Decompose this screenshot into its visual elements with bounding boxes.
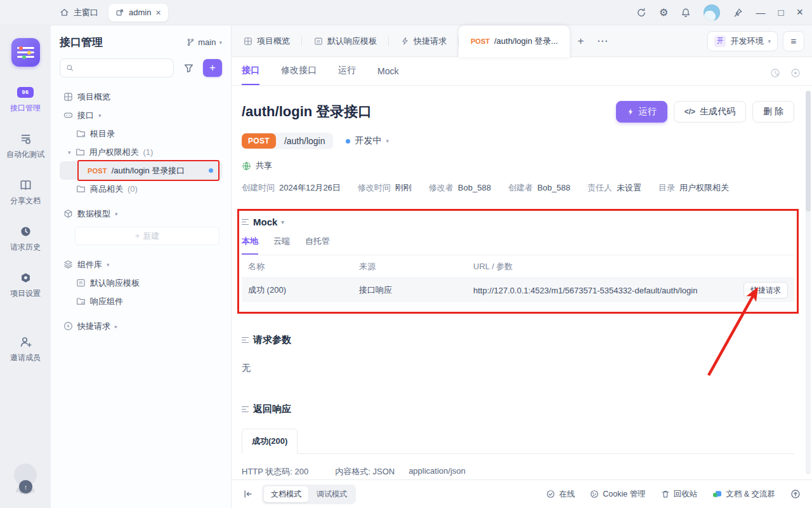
branch-selector[interactable]: main ▾ [187, 37, 222, 47]
rail-item-automated-testing[interactable]: 自动化测试 [6, 132, 44, 160]
mock-name: 成功 (200) [242, 284, 353, 296]
section-lines-icon [242, 337, 249, 344]
subtab-api[interactable]: 接口 [242, 65, 259, 85]
more-tabs-icon[interactable]: ⋯ [591, 30, 613, 52]
pin-icon[interactable] [733, 8, 743, 18]
add-button[interactable]: + [203, 59, 222, 77]
online-status[interactable]: 在线 [546, 489, 575, 500]
subtab-run[interactable]: 运行 [338, 65, 356, 85]
branch-name: main [198, 37, 216, 47]
rail-item-share-docs[interactable]: 分享文档 [10, 178, 41, 206]
rail-item-request-history[interactable]: 请求历史 [10, 225, 41, 253]
history-clock-icon[interactable] [770, 68, 780, 78]
tab-project-overview[interactable]: 项目概览 [232, 25, 302, 57]
tree-item-auth-login[interactable]: POST /auth/login 登录接口 [60, 161, 222, 180]
mock-tab-cloud[interactable]: 云端 [273, 236, 290, 255]
sync-icon[interactable] [636, 8, 646, 18]
mode-doc[interactable]: 文档模式 [264, 486, 308, 502]
tree-section-api[interactable]: 接口 ▾ [60, 106, 222, 124]
tree-item-project-overview[interactable]: 项目概览 [60, 88, 222, 106]
book-icon [20, 179, 32, 191]
main-window-label: 主窗口 [74, 7, 98, 18]
tree-label: 用户权限相关 [89, 147, 139, 158]
project-tab-admin[interactable]: admin × [108, 4, 168, 22]
search-input-wrap[interactable] [60, 58, 174, 77]
subtab-mock[interactable]: Mock [377, 66, 398, 85]
tab-label: 项目概览 [257, 36, 290, 47]
document-tabs: 项目概览 R 默认响应模板 快捷请求 POST /auth/login 登录..… [232, 25, 812, 57]
tree-folder-goods[interactable]: 商品相关 (0) [60, 180, 222, 198]
section-lines-icon [242, 219, 249, 225]
upload-circle-icon[interactable] [790, 489, 801, 499]
bolt-icon [401, 37, 409, 45]
chevron-down-icon: ▾ [768, 38, 771, 44]
main-window-button[interactable]: 主窗口 [60, 7, 98, 18]
status-selector[interactable]: 开发中 ▾ [346, 135, 389, 147]
tree-section-quick-request[interactable]: 快捷请求 ▸ [60, 317, 222, 335]
tree-item-default-response-template[interactable]: R 默认响应模板 [60, 274, 222, 292]
new-tab-button[interactable]: + [570, 30, 591, 52]
chevron-down-icon: ▾ [107, 262, 110, 268]
mock-source: 接口响应 [353, 284, 467, 296]
mode-debug[interactable]: 调试模式 [310, 486, 354, 502]
mock-table-row[interactable]: 成功 (200) 接口响应 http://127.0.0.1:4523/m1/5… [242, 278, 794, 302]
tree-section-components[interactable]: 组件库 ▾ [60, 255, 222, 274]
delete-button[interactable]: 删 除 [752, 101, 794, 123]
rail-item-api-management[interactable]: 96 接口管理 [10, 86, 41, 114]
sidebar: 接口管理 main ▾ + 项 [51, 25, 232, 508]
quick-request-button[interactable]: 快捷请求 [743, 282, 788, 298]
folder-r-icon: R [76, 297, 86, 306]
rail-item-invite-members[interactable]: 邀请成员 [10, 335, 41, 363]
scroll-up-badge[interactable]: ↑ [19, 480, 32, 493]
close-window-button[interactable]: × [796, 6, 803, 19]
scrollbar-thumb[interactable] [806, 91, 811, 211]
mock-tab-selfhosted[interactable]: 自托管 [305, 236, 330, 255]
mime-type: application/json [409, 466, 466, 478]
home-icon [60, 8, 69, 17]
tab-auth-login-active[interactable]: POST /auth/login 登录... [459, 25, 570, 57]
mock-tab-local[interactable]: 本地 [242, 236, 258, 255]
folder-count: (0) [128, 184, 138, 194]
tree-item-response-components[interactable]: R 响应组件 [60, 292, 222, 311]
generate-code-button[interactable]: </> 生成代码 [674, 101, 746, 123]
test-stack-icon [20, 133, 32, 145]
mock-heading[interactable]: Mock ▾ [242, 217, 794, 227]
filter-funnel-icon[interactable] [180, 59, 197, 77]
scrollbar-track[interactable] [806, 91, 811, 474]
folder-icon [76, 184, 86, 194]
search-input[interactable] [77, 64, 167, 73]
target-settings-icon[interactable] [790, 68, 801, 78]
page-title: /auth/login 登录接口 [242, 102, 372, 121]
new-model-button[interactable]: + 新建 [75, 227, 219, 245]
tab-quick-request[interactable]: 快捷请求 [389, 25, 459, 57]
response-tab-success[interactable]: 成功(200) [242, 429, 298, 454]
rail-item-project-settings[interactable]: 项目设置 [10, 271, 41, 299]
tree-label: 项目概览 [77, 91, 110, 103]
tree-section-data-model[interactable]: 数据模型 ▾ [60, 204, 222, 223]
method-post-label: POST [88, 167, 107, 175]
minimize-button[interactable]: — [756, 7, 765, 18]
environment-selector[interactable]: 开 开发环境 ▾ [707, 31, 778, 51]
share-row[interactable]: 共享 [242, 160, 794, 171]
settings-gear-icon[interactable]: ⚙ [659, 8, 668, 18]
close-tab-icon[interactable]: × [155, 8, 160, 18]
tree-item-root-folder[interactable]: 根目录 [60, 124, 222, 143]
collapse-sidebar-icon[interactable] [243, 489, 253, 499]
tree-label: 快捷请求 [77, 321, 110, 332]
tree-label: 默认响应模板 [90, 277, 140, 289]
sidebar-title: 接口管理 [60, 35, 103, 50]
notifications-bell-icon[interactable] [681, 8, 691, 18]
cookie-manager[interactable]: Cookie 管理 [590, 489, 645, 500]
app-logo[interactable] [11, 38, 40, 67]
run-button[interactable]: 运行 [616, 101, 667, 123]
subtab-edit-api[interactable]: 修改接口 [281, 65, 317, 85]
docs-community[interactable]: 文档 & 交流群 [712, 489, 775, 500]
user-avatar[interactable] [704, 4, 720, 21]
hamburger-menu-button[interactable]: ≡ [783, 31, 804, 51]
tree-folder-user-perms[interactable]: ▾ 用户权限相关 (1) [60, 143, 222, 161]
recycle-bin[interactable]: 回收站 [661, 489, 698, 500]
maximize-button[interactable]: □ [778, 7, 783, 18]
left-rail: 96 接口管理 自动化测试 分享文档 请求历史 项目设置 邀请成员 [0, 25, 51, 508]
mock-url: http://127.0.0.1:4523/m1/5673571-5354332… [467, 286, 736, 295]
tab-default-response-template[interactable]: R 默认响应模板 [302, 25, 389, 57]
